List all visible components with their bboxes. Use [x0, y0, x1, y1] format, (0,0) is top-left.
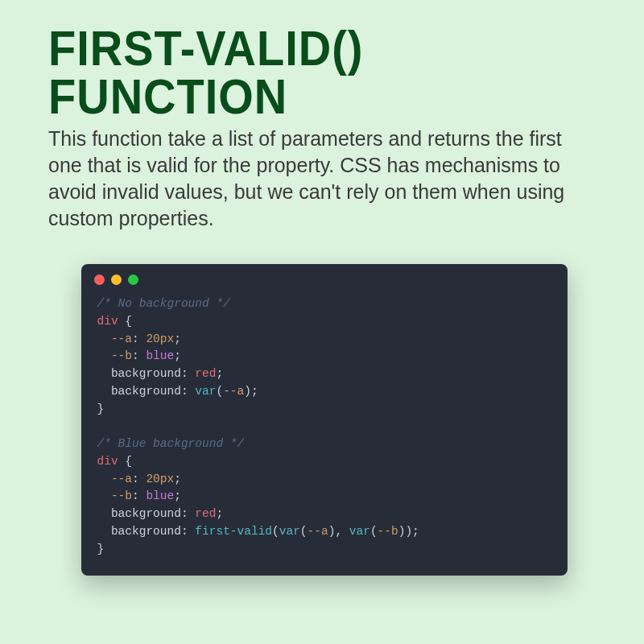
code-custom-prop: --b: [111, 489, 132, 502]
code-value: 20px: [146, 332, 174, 345]
code-colon: :: [181, 367, 188, 380]
code-custom-prop: --a: [111, 332, 132, 345]
code-var: --b: [378, 525, 398, 538]
code-paren: ): [244, 385, 251, 398]
code-paren: (: [272, 525, 279, 538]
code-prop: background: [111, 385, 181, 398]
code-body: /* No background */ div { --a: 20px; --b…: [81, 291, 568, 576]
minimize-icon: [111, 275, 122, 285]
code-semicolon: ;: [216, 507, 223, 520]
code-value: 20px: [146, 473, 174, 485]
code-brace: {: [125, 455, 132, 468]
code-custom-prop: --b: [111, 349, 132, 362]
code-comma: ,: [335, 525, 349, 538]
code-paren: ): [405, 525, 412, 538]
code-semicolon: ;: [174, 349, 181, 362]
page-description: This function take a list of parameters …: [48, 126, 600, 232]
code-selector: div: [97, 315, 118, 328]
close-icon: [94, 275, 105, 285]
code-window: /* No background */ div { --a: 20px; --b…: [81, 264, 568, 576]
code-semicolon: ;: [216, 367, 223, 380]
code-value: red: [195, 507, 216, 520]
code-prop: background: [111, 367, 181, 380]
code-colon: :: [181, 525, 188, 538]
code-colon: :: [181, 385, 188, 398]
code-selector: div: [97, 455, 118, 468]
code-func: var: [279, 525, 300, 538]
code-prop: background: [111, 507, 181, 520]
page-title: FIRST-VALID() FUNCTION: [48, 24, 600, 122]
code-semicolon: ;: [174, 332, 181, 345]
code-value: blue: [146, 489, 174, 502]
code-var: --a: [223, 385, 244, 398]
code-func: first-valid: [195, 525, 272, 538]
code-semicolon: ;: [174, 489, 181, 502]
code-colon: :: [132, 473, 139, 485]
code-comment: /* Blue background */: [97, 437, 245, 450]
code-prop: background: [111, 525, 181, 538]
code-brace: }: [97, 402, 105, 415]
code-colon: :: [132, 349, 139, 362]
code-colon: :: [181, 507, 188, 520]
code-comment: /* No background */: [97, 297, 230, 310]
code-func: var: [349, 525, 370, 538]
window-titlebar: [81, 264, 568, 291]
code-value: blue: [146, 349, 174, 362]
code-brace: }: [97, 543, 105, 555]
code-custom-prop: --a: [111, 473, 132, 485]
code-paren: (: [370, 525, 378, 538]
code-func: var: [195, 385, 216, 398]
code-paren: (: [216, 385, 223, 398]
code-colon: :: [132, 332, 139, 345]
code-brace: {: [125, 315, 132, 328]
maximize-icon: [128, 275, 138, 285]
code-value: red: [195, 367, 216, 380]
code-colon: :: [132, 489, 139, 502]
code-semicolon: ;: [174, 473, 181, 485]
code-semicolon: ;: [251, 385, 258, 398]
code-paren: (: [300, 525, 308, 538]
code-var: --a: [308, 525, 328, 538]
code-semicolon: ;: [412, 525, 419, 538]
